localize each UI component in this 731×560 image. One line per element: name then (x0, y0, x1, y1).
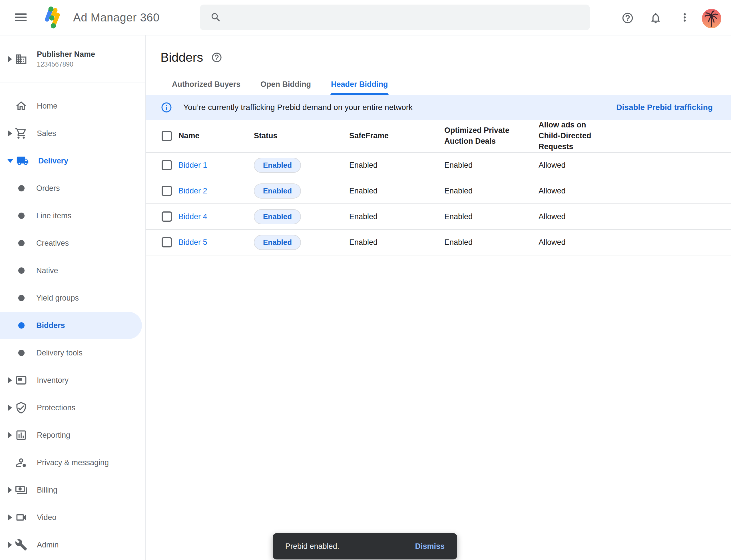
bullet-icon (18, 295, 25, 301)
page-title: Bidders (161, 50, 203, 65)
page-help-icon[interactable] (211, 52, 223, 63)
table-header-row: Name Status SafeFrame Optimized Private … (146, 120, 731, 153)
bidder-link[interactable]: Bidder 5 (179, 238, 254, 247)
sidebar-item-delivery-tools[interactable]: Delivery tools (0, 339, 145, 367)
ad-manager-app: Ad Manager 360 (0, 0, 731, 560)
row-checkbox[interactable] (162, 186, 172, 196)
bullet-icon (18, 240, 25, 246)
cart-icon (15, 127, 27, 140)
column-header-safeframe: SafeFrame (349, 131, 444, 141)
search-bar[interactable] (200, 5, 590, 30)
dismiss-button[interactable]: Dismiss (415, 542, 444, 551)
avatar[interactable] (702, 9, 721, 28)
column-header-status: Status (254, 131, 349, 141)
chevron-right-icon (8, 432, 12, 438)
snackbar-toast: Prebid enabled. Dismiss (273, 533, 457, 559)
child-directed-value: Allowed (538, 187, 731, 195)
menu-icon[interactable] (15, 12, 27, 23)
sidebar-item-creatives[interactable]: Creatives (0, 229, 145, 257)
chevron-right-icon (8, 514, 12, 521)
sidebar-item-native[interactable]: Native (0, 257, 145, 284)
sidebar-item-line-items[interactable]: Line items (0, 202, 145, 229)
help-icon[interactable] (621, 12, 634, 24)
sidebar-item-inventory[interactable]: Inventory (0, 367, 145, 394)
sidebar-item-sales[interactable]: Sales (0, 120, 145, 147)
inventory-icon (15, 374, 27, 387)
status-badge: Enabled (254, 158, 301, 173)
tab-open-bidding[interactable]: Open Bidding (260, 80, 312, 95)
opad-value: Enabled (444, 161, 538, 170)
column-header-opad: Optimized Private Auction Deals (444, 125, 513, 147)
tab-authorized-buyers[interactable]: Authorized Buyers (171, 80, 241, 95)
notifications-icon[interactable] (649, 12, 662, 24)
sidebar-item-privacy-messaging[interactable]: Privacy & messaging (0, 449, 145, 476)
sidebar-item-reporting[interactable]: Reporting (0, 421, 145, 449)
info-icon (161, 101, 173, 113)
select-all-checkbox[interactable] (162, 131, 172, 141)
publisher-info: Publisher Name 1234567890 (37, 50, 95, 68)
chevron-right-icon (8, 487, 12, 493)
bullet-icon (18, 350, 25, 356)
tab-header-bidding[interactable]: Header Bidding (331, 80, 388, 95)
sidebar-item-label: Line items (36, 211, 71, 220)
tab-bar: Authorized Buyers Open Bidding Header Bi… (171, 80, 731, 95)
safeframe-value: Enabled (349, 187, 444, 195)
sidebar-item-delivery[interactable]: Delivery (0, 147, 145, 175)
opad-value: Enabled (444, 187, 538, 195)
sidebar-item-video[interactable]: Video (0, 504, 145, 531)
bidder-link[interactable]: Bidder 4 (179, 212, 254, 221)
disable-prebid-trafficking-link[interactable]: Disable Prebid trafficking (616, 103, 713, 112)
sidebar-item-billing[interactable]: Billing (0, 476, 145, 504)
table-row: Bidder 4 Enabled Enabled Enabled Allowed (146, 204, 731, 230)
sidebar-item-label: Delivery tools (36, 349, 83, 357)
sidebar-item-label: Creatives (36, 239, 69, 248)
status-badge: Enabled (254, 209, 301, 224)
child-directed-value: Allowed (538, 238, 731, 247)
palm-tree-image (702, 9, 721, 28)
column-header-name: Name (179, 131, 254, 141)
billing-icon (15, 484, 27, 496)
sidebar-item-label: Home (37, 102, 57, 111)
sidebar-item-home[interactable]: Home (0, 92, 145, 120)
top-app-bar: Ad Manager 360 (0, 0, 731, 35)
bidder-link[interactable]: Bidder 1 (179, 161, 254, 170)
bullet-icon (18, 267, 25, 274)
status-badge: Enabled (254, 235, 301, 250)
sidebar-item-label: Delivery (38, 157, 68, 165)
row-checkbox[interactable] (162, 211, 172, 222)
home-icon (15, 100, 27, 112)
publisher-id: 1234567890 (37, 61, 95, 68)
chevron-right-icon (8, 130, 12, 137)
chevron-right-icon (8, 542, 12, 548)
column-header-child-directed: Allow ads on Child-Directed Requests (538, 120, 607, 152)
sidebar-item-orders[interactable]: Orders (0, 175, 145, 202)
bullet-icon (18, 213, 25, 219)
sidebar-item-protections[interactable]: Protections (0, 394, 145, 421)
publisher-name: Publisher Name (37, 50, 95, 59)
row-checkbox[interactable] (162, 237, 172, 247)
table-row: Bidder 2 Enabled Enabled Enabled Allowed (146, 178, 731, 204)
child-directed-value: Allowed (538, 212, 731, 221)
sidebar-item-label: Sales (37, 129, 56, 138)
sidebar-item-admin[interactable]: Admin (0, 531, 145, 559)
sidebar-item-label: Native (36, 266, 58, 275)
more-vert-icon[interactable] (678, 11, 691, 24)
sidebar-item-label: Video (37, 513, 57, 522)
sidebar-item-label: Protections (37, 403, 75, 412)
toast-message: Prebid enabled. (285, 542, 339, 551)
row-checkbox[interactable] (162, 160, 172, 170)
safeframe-value: Enabled (349, 212, 444, 221)
sidebar-item-label: Reporting (37, 431, 70, 440)
banner-message: You’re currently trafficking Prebid dema… (183, 103, 412, 112)
bidder-link[interactable]: Bidder 2 (179, 187, 254, 195)
sidebar-item-bidders[interactable]: Bidders (0, 312, 142, 339)
sidebar-item-yield-groups[interactable]: Yield groups (0, 284, 145, 312)
sidebar-item-label: Bidders (36, 321, 65, 330)
chevron-right-icon (8, 405, 12, 411)
search-input[interactable] (229, 12, 590, 23)
publisher-switcher[interactable]: Publisher Name 1234567890 (0, 35, 145, 83)
bullet-icon (18, 322, 25, 329)
sidebar-item-label: Billing (37, 486, 57, 495)
privacy-person-icon (15, 456, 27, 469)
chevron-right-icon (8, 56, 12, 62)
